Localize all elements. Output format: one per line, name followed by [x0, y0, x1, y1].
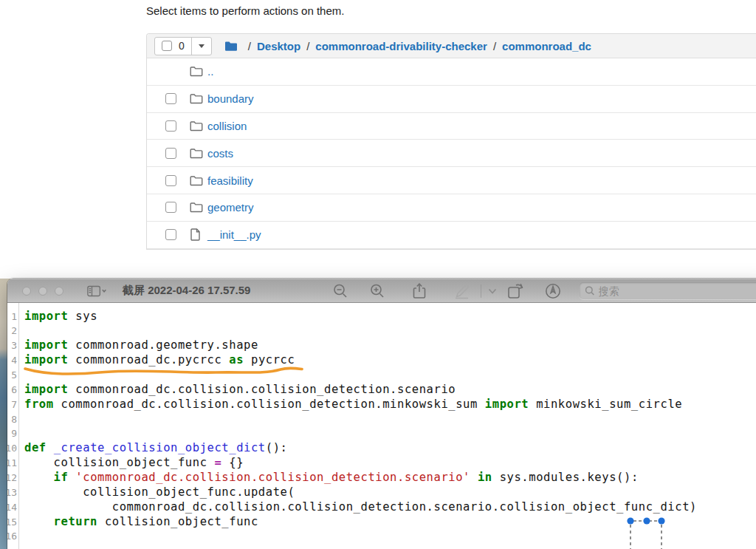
code-line: from commonroad_dc.collision.collision_d… [24, 398, 756, 412]
code-screenshot: 12345678910111213141516 import sysimport… [7, 303, 756, 549]
screen: Select items to perform actions on them.… [0, 0, 756, 549]
file-browser-toolbar: 0 /Desktop/commonroad-drivability-checke… [147, 34, 756, 58]
line-number: 7 [11, 398, 17, 412]
zoom-out-icon[interactable] [331, 282, 350, 301]
row-checkbox[interactable] [165, 202, 176, 213]
breadcrumb-separator: / [248, 40, 251, 52]
preview-toolbar: 截屏 2022-04-26 17.57.59 [7, 279, 756, 303]
checkbox-slot [165, 93, 176, 104]
file-list: ..boundarycollisioncostsfeasibilitygeome… [147, 58, 756, 249]
file-link[interactable]: boundary [207, 92, 254, 105]
folder-icon [190, 119, 203, 132]
line-number: 16 [7, 529, 17, 544]
code-line [24, 529, 756, 544]
file-row: .. [147, 58, 756, 86]
folder-icon [190, 65, 203, 78]
breadcrumb-separator: / [306, 40, 309, 52]
code-line: if 'commonroad_dc.collision.collision_de… [24, 471, 756, 485]
code-line: def _create_collision_object_dict(): [24, 441, 756, 456]
row-checkbox[interactable] [165, 175, 176, 186]
line-number: 12 [7, 471, 17, 485]
rotate-left-icon[interactable] [506, 282, 526, 301]
code-line: import commonroad_dc.collision.collision… [24, 383, 756, 398]
code-line [24, 368, 756, 383]
folder-icon [190, 201, 203, 214]
search-field[interactable] [580, 282, 756, 299]
line-number: 14 [7, 500, 17, 515]
line-number: 3 [11, 338, 17, 353]
code-line: import commonroad_dc.pycrcc as pycrcc [24, 353, 756, 368]
line-number: 1 [11, 310, 17, 324]
file-row: feasibility [147, 167, 756, 194]
code-line: return collision_object_func [24, 515, 756, 530]
line-number: 4 [11, 353, 17, 368]
markup-dropdown-icon[interactable] [483, 282, 502, 301]
file-row: collision [147, 113, 756, 140]
zoom-in-icon[interactable] [368, 282, 387, 301]
search-input[interactable] [599, 285, 756, 297]
checkbox-slot [165, 202, 176, 213]
code-line [24, 426, 756, 441]
line-number: 5 [11, 368, 17, 383]
breadcrumb-link[interactable]: Desktop [257, 40, 300, 52]
select-dropdown-button[interactable] [191, 38, 211, 55]
markup-pencil-icon[interactable] [452, 282, 471, 301]
folder-icon [190, 146, 203, 160]
code-line [24, 324, 756, 338]
row-checkbox[interactable] [165, 120, 176, 132]
share-icon[interactable] [410, 282, 429, 301]
line-number-gutter: 12345678910111213141516 [7, 303, 19, 549]
file-row: costs [147, 140, 756, 167]
file-row: __init__.py [147, 222, 756, 249]
file-link[interactable]: __init__.py [207, 228, 261, 241]
code-line: import sys [24, 310, 756, 324]
zoom-button[interactable] [55, 287, 63, 296]
file-browser: 0 /Desktop/commonroad-drivability-checke… [146, 33, 756, 250]
checkbox-slot [165, 148, 176, 159]
file-icon [190, 228, 203, 242]
home-folder-icon[interactable] [224, 39, 238, 52]
file-link[interactable]: .. [207, 65, 213, 78]
line-number: 10 [7, 441, 17, 456]
file-link[interactable]: collision [207, 120, 247, 132]
row-checkbox[interactable] [165, 229, 176, 240]
line-number: 2 [11, 324, 17, 338]
breadcrumb-link[interactable]: commonroad-drivability-checker [315, 40, 487, 52]
chevron-down-icon [199, 44, 205, 48]
show-markup-toolbar-icon[interactable] [543, 282, 563, 301]
selected-count: 0 [179, 40, 185, 52]
toolbar-divider [481, 284, 481, 298]
select-all-button-group: 0 [154, 37, 212, 55]
code-line: collision_object_func.update( [24, 485, 756, 500]
file-link[interactable]: geometry [207, 201, 254, 214]
code-line: commonroad_dc.collision.collision_detect… [24, 500, 756, 515]
search-icon [585, 285, 595, 296]
breadcrumb-separator: / [493, 40, 496, 52]
line-number: 6 [11, 383, 17, 398]
select-all-button[interactable]: 0 [155, 38, 191, 55]
minimize-button[interactable] [38, 287, 47, 296]
line-number: 15 [7, 515, 17, 530]
code-line: collision_object_func = {} [24, 456, 756, 471]
row-checkbox[interactable] [165, 148, 176, 159]
preview-window: 截屏 2022-04-26 17.57.59 [7, 279, 756, 549]
select-all-checkbox[interactable] [162, 41, 172, 51]
code-pane: import sysimport commonroad.geometry.sha… [24, 310, 756, 545]
sidebar-toggle-icon[interactable] [87, 282, 106, 301]
file-row: geometry [147, 194, 756, 222]
checkbox-slot [165, 229, 176, 240]
window-title: 截屏 2022-04-26 17.57.59 [123, 279, 250, 303]
checkbox-slot [165, 120, 176, 132]
line-number: 9 [11, 426, 17, 441]
folder-icon [190, 174, 203, 187]
close-button[interactable] [22, 287, 31, 296]
line-number: 13 [7, 485, 17, 500]
line-number: 8 [11, 412, 17, 427]
breadcrumb-link[interactable]: commonroad_dc [502, 40, 591, 52]
file-link[interactable]: feasibility [207, 174, 253, 187]
checkbox-slot [165, 175, 176, 186]
file-link[interactable]: costs [207, 147, 233, 160]
code-line: import commonroad.geometry.shape [24, 338, 756, 353]
row-checkbox[interactable] [165, 93, 176, 104]
folder-icon [190, 92, 203, 106]
